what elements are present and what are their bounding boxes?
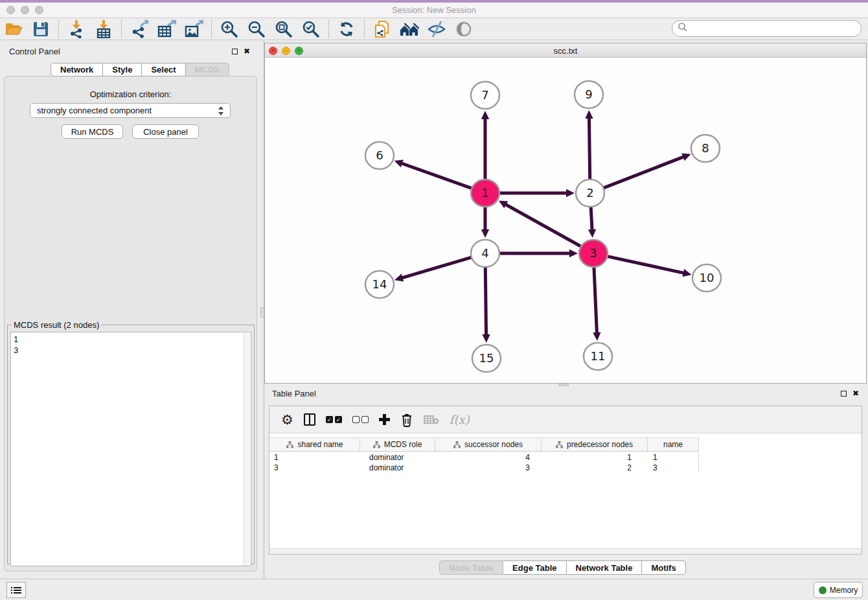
graph-edge[interactable] (604, 157, 685, 188)
graph-edge[interactable] (505, 204, 581, 246)
table-panel-title: Table Panel (272, 389, 316, 398)
column-header-predecessor-nodes[interactable]: predecessor nodes (542, 438, 648, 451)
column-header-shared-name[interactable]: shared name (270, 438, 360, 451)
home-icon[interactable] (400, 19, 419, 39)
edge-arrowhead (593, 332, 600, 341)
table-row[interactable]: 3 dominator 3 2 3 (270, 463, 862, 473)
graph-edge[interactable] (594, 268, 597, 334)
tab-style[interactable]: Style (103, 63, 142, 76)
clone-network-icon[interactable] (372, 19, 392, 39)
column-header-mcds-role[interactable]: MCDS role (360, 438, 435, 451)
tab-motifs[interactable]: Motifs (642, 560, 685, 575)
status-bar: Memory (0, 579, 868, 600)
graph-node-label: 10 (700, 271, 714, 284)
window-title: Session: New Session (0, 5, 868, 15)
edge-arrowhead (569, 249, 578, 257)
table-panel-float-icon[interactable] (841, 391, 847, 397)
network-window-titlebar[interactable]: ✕ − + scc.txt (265, 43, 866, 58)
deselect-all-icon[interactable] (352, 410, 369, 430)
graph-edge[interactable] (589, 117, 589, 179)
zoom-out-icon[interactable] (247, 19, 266, 39)
network-canvas[interactable]: 1234678910111415 (265, 58, 866, 383)
edge-arrowhead (566, 189, 575, 197)
result-line: 3 (14, 345, 248, 356)
edge-arrowhead (588, 229, 596, 238)
close-panel-button[interactable]: Close panel (132, 124, 199, 139)
result-scrollbar[interactable] (243, 333, 250, 566)
search-icon (678, 22, 688, 35)
zoom-fit-icon[interactable] (274, 19, 293, 39)
column-header-successor-nodes[interactable]: successor nodes (435, 438, 542, 451)
mcds-result-group: MCDS result (2 nodes) 1 3 (7, 320, 255, 564)
refresh-layout-icon[interactable] (337, 19, 356, 39)
tab-edge-table[interactable]: Edge Table (503, 560, 566, 575)
graph-edge[interactable] (591, 207, 592, 231)
table-header-row: shared name MCDS role successor nodes pr… (270, 437, 699, 452)
hierarchy-icon (453, 441, 461, 448)
export-image-icon[interactable] (184, 19, 203, 39)
open-session-icon[interactable] (4, 19, 23, 39)
hide-graphics-details-icon[interactable] (427, 19, 446, 39)
search-field[interactable] (672, 20, 862, 37)
table-tabs: Node Table Edge Table Network Table Moti… (439, 560, 686, 575)
delete-column-icon[interactable] (400, 410, 413, 430)
graph-edge[interactable] (401, 163, 472, 189)
mcds-panel: Optimization criterion: strongly connect… (4, 76, 257, 571)
network-graph: 1234678910111415 (265, 58, 866, 383)
import-network-icon[interactable] (67, 19, 86, 39)
zoom-in-icon[interactable] (220, 19, 239, 39)
export-network-icon[interactable] (130, 19, 149, 39)
tab-select[interactable]: Select (142, 63, 185, 76)
tab-node-table[interactable]: Node Table (439, 560, 503, 575)
add-column-icon[interactable] (379, 410, 390, 430)
task-history-button[interactable] (6, 582, 26, 598)
control-panel-float-icon[interactable] (232, 49, 238, 54)
edge-arrowhead (482, 334, 490, 343)
graph-node-label: 1 (481, 186, 488, 200)
graph-edge[interactable] (607, 257, 684, 273)
edge-arrowhead (481, 229, 489, 238)
graph-edge[interactable] (402, 257, 472, 278)
title-bar: Session: New Session (0, 0, 868, 18)
graph-edge[interactable] (485, 268, 486, 336)
memory-status-icon (819, 586, 827, 594)
column-view-icon[interactable] (304, 410, 315, 430)
graph-node-label: 4 (481, 246, 488, 260)
zoom-selected-icon[interactable] (301, 19, 321, 39)
edge-arrowhead (683, 269, 692, 277)
delete-table-icon[interactable] (424, 410, 439, 430)
list-icon (11, 586, 21, 595)
graph-node-label: 7 (481, 88, 488, 102)
mcds-result-text[interactable]: 1 3 (10, 332, 251, 566)
function-builder-icon[interactable]: f(x) (450, 410, 470, 430)
hierarchy-icon (556, 441, 563, 448)
main-toolbar (0, 18, 868, 40)
graph-node-label: 9 (585, 87, 592, 101)
column-header-name[interactable]: name (648, 438, 699, 451)
select-all-icon[interactable]: ✓✓ (326, 410, 342, 430)
toolbar-separator (58, 20, 59, 38)
run-mcds-button[interactable]: Run MCDS (62, 124, 123, 139)
search-input[interactable] (692, 24, 861, 34)
tab-network-table[interactable]: Network Table (567, 560, 643, 575)
memory-button[interactable]: Memory (814, 582, 863, 598)
table-horizontal-scrollbar[interactable] (269, 548, 862, 554)
toolbar-separator (121, 20, 122, 38)
optimization-criterion-dropdown[interactable]: strongly connected component (30, 103, 231, 118)
table-settings-icon[interactable]: ⚙ (281, 410, 293, 430)
tab-network[interactable]: Network (51, 63, 103, 76)
import-table-icon[interactable] (94, 19, 113, 39)
export-table-icon[interactable] (157, 19, 176, 39)
table-panel-close-icon[interactable]: ✖ (852, 389, 859, 397)
horizontal-splitter-grip[interactable] (558, 384, 569, 386)
control-panel-tabs: Network Style Select MCDS (51, 63, 229, 76)
toolbar-separator (211, 20, 212, 38)
save-session-icon[interactable] (31, 19, 51, 39)
table-row[interactable]: 1 dominator 4 1 1 (270, 452, 862, 463)
show-graphics-details-icon[interactable] (454, 19, 474, 39)
tab-mcds[interactable]: MCDS (186, 63, 229, 76)
dropdown-stepper-icon (218, 106, 225, 115)
control-panel-close-icon[interactable]: ✖ (244, 47, 250, 55)
graph-node-label: 15 (479, 351, 494, 365)
toolbar-separator (364, 20, 365, 38)
